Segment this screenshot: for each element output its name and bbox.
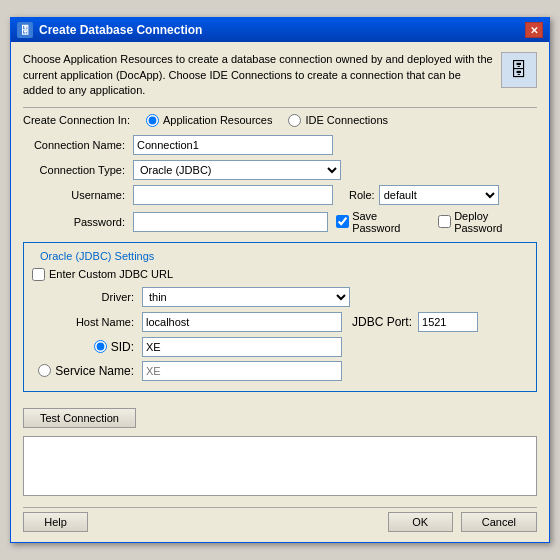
jdbc-port-input[interactable] — [418, 312, 478, 332]
help-button[interactable]: Help — [23, 512, 88, 532]
connection-name-row: Connection Name: — [23, 135, 537, 155]
service-name-row: Service Name: — [32, 361, 528, 381]
top-divider — [23, 107, 537, 108]
description-area: Choose Application Resources to create a… — [23, 52, 537, 98]
deploy-password-label: Deploy Password — [454, 210, 537, 234]
hostname-label: Host Name: — [32, 316, 142, 328]
database-icon: 🗄 — [501, 52, 537, 88]
create-connection-in-row: Create Connection In: Application Resour… — [23, 114, 537, 127]
connection-name-label: Connection Name: — [23, 139, 133, 151]
custom-url-option[interactable]: Enter Custom JDBC URL — [32, 268, 173, 281]
ok-button[interactable]: OK — [388, 512, 453, 532]
ide-connections-label: IDE Connections — [305, 114, 388, 126]
password-options: Save Password Deploy Password — [336, 210, 537, 234]
deploy-password-option[interactable]: Deploy Password — [438, 210, 537, 234]
password-row: Password: Save Password Deploy Password — [23, 210, 537, 234]
sid-label: SID: — [111, 340, 134, 354]
bottom-bar: Help OK Cancel — [23, 507, 537, 534]
custom-url-checkbox[interactable] — [32, 268, 45, 281]
ide-connections-option[interactable]: IDE Connections — [288, 114, 388, 127]
log-output[interactable] — [23, 436, 537, 496]
close-button[interactable]: ✕ — [525, 22, 543, 38]
hostname-row: Host Name: JDBC Port: — [32, 312, 528, 332]
username-row: Username: Role: default SYSDBA SYSOPER — [23, 185, 537, 205]
password-input[interactable] — [133, 212, 328, 232]
password-label: Password: — [23, 216, 133, 228]
service-name-label: Service Name: — [55, 364, 134, 378]
role-label: Role: — [349, 189, 375, 201]
create-connection-label: Create Connection In: — [23, 114, 130, 126]
app-resources-label: Application Resources — [163, 114, 272, 126]
hostname-input[interactable] — [142, 312, 342, 332]
sid-input[interactable] — [142, 337, 342, 357]
driver-row: Driver: thin oci — [32, 287, 528, 307]
save-password-checkbox[interactable] — [336, 215, 349, 228]
custom-url-row: Enter Custom JDBC URL — [32, 268, 528, 281]
connection-name-input[interactable] — [133, 135, 333, 155]
cancel-button[interactable]: Cancel — [461, 512, 537, 532]
driver-select[interactable]: thin oci — [142, 287, 350, 307]
custom-url-label: Enter Custom JDBC URL — [49, 268, 173, 280]
window-title: Create Database Connection — [39, 23, 202, 37]
save-password-label: Save Password — [352, 210, 426, 234]
oracle-settings-title: Oracle (JDBC) Settings — [36, 250, 158, 262]
oracle-settings-group: Oracle (JDBC) Settings Enter Custom JDBC… — [23, 242, 537, 392]
role-section: Role: default SYSDBA SYSOPER — [349, 185, 499, 205]
jdbc-port-section: JDBC Port: — [352, 312, 478, 332]
main-window: 🗄 Create Database Connection ✕ Choose Ap… — [10, 17, 550, 542]
service-name-radio[interactable] — [38, 364, 51, 377]
driver-label: Driver: — [32, 291, 142, 303]
app-resources-option[interactable]: Application Resources — [146, 114, 272, 127]
service-name-option[interactable]: Service Name: — [32, 364, 142, 378]
dialog-content: Choose Application Resources to create a… — [11, 42, 549, 541]
role-select[interactable]: default SYSDBA SYSOPER — [379, 185, 499, 205]
test-connection-button[interactable]: Test Connection — [23, 408, 136, 428]
app-resources-radio[interactable] — [146, 114, 159, 127]
username-input[interactable] — [133, 185, 333, 205]
titlebar: 🗄 Create Database Connection ✕ — [11, 18, 549, 42]
ok-cancel-group: OK Cancel — [388, 512, 537, 532]
connection-type-select[interactable]: Oracle (JDBC) MySQL PostgreSQL SQLite — [133, 160, 341, 180]
sid-row: SID: — [32, 337, 528, 357]
deploy-password-checkbox[interactable] — [438, 215, 451, 228]
description-text: Choose Application Resources to create a… — [23, 52, 493, 98]
save-password-option[interactable]: Save Password — [336, 210, 426, 234]
username-label: Username: — [23, 189, 133, 201]
connection-type-row: Connection Type: Oracle (JDBC) MySQL Pos… — [23, 160, 537, 180]
sid-radio[interactable] — [94, 340, 107, 353]
test-connection-section: Test Connection — [23, 400, 537, 436]
service-name-input[interactable] — [142, 361, 342, 381]
window-icon: 🗄 — [17, 22, 33, 38]
jdbc-port-label: JDBC Port: — [352, 315, 412, 329]
ide-connections-radio[interactable] — [288, 114, 301, 127]
connection-type-label: Connection Type: — [23, 164, 133, 176]
sid-option[interactable]: SID: — [32, 340, 142, 354]
